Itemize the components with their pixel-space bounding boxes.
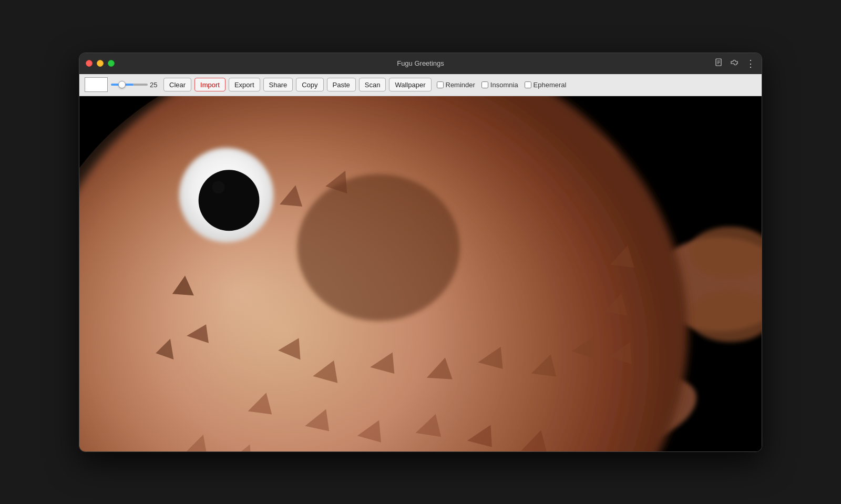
slider-container: 25 [111, 81, 160, 89]
more-icon[interactable]: ⋮ [746, 59, 755, 68]
paste-button[interactable]: Paste [327, 78, 356, 91]
toolbar: 25 Clear Import Export Share Copy Paste … [79, 74, 762, 96]
export-button[interactable]: Export [229, 78, 260, 91]
ephemeral-checkbox-label[interactable]: Ephemeral [525, 81, 567, 89]
puzzle-icon[interactable] [730, 58, 739, 69]
canvas-preview [85, 77, 108, 92]
traffic-lights [86, 60, 115, 67]
import-button[interactable]: Import [194, 78, 225, 91]
brush-size-slider[interactable] [111, 84, 148, 86]
reminder-label: Reminder [446, 81, 475, 89]
slider-value: 25 [150, 81, 160, 89]
wallpaper-button[interactable]: Wallpaper [389, 78, 431, 91]
canvas-area[interactable] [79, 96, 762, 451]
window-title: Fugu Greetings [397, 59, 444, 67]
pufferfish-illustration [79, 96, 762, 451]
share-button[interactable]: Share [263, 78, 293, 91]
ephemeral-checkbox[interactable] [525, 81, 531, 88]
reminder-checkbox-label[interactable]: Reminder [437, 81, 475, 89]
insomnia-checkbox-label[interactable]: Insomnia [481, 81, 518, 89]
svg-point-14 [199, 170, 260, 231]
close-button[interactable] [86, 60, 93, 67]
checkbox-group: Reminder Insomnia Ephemeral [437, 81, 567, 89]
svg-point-15 [212, 181, 225, 193]
ephemeral-label: Ephemeral [534, 81, 567, 89]
svg-point-12 [297, 174, 460, 321]
app-window: Fugu Greetings ⋮ 25 C [79, 53, 762, 452]
document-icon[interactable] [714, 58, 723, 69]
maximize-button[interactable] [108, 60, 115, 67]
titlebar-actions: ⋮ [714, 58, 755, 69]
titlebar: Fugu Greetings ⋮ [79, 53, 762, 74]
clear-button[interactable]: Clear [163, 78, 191, 91]
copy-button[interactable]: Copy [296, 78, 323, 91]
insomnia-checkbox[interactable] [481, 81, 488, 88]
insomnia-label: Insomnia [490, 81, 518, 89]
minimize-button[interactable] [97, 60, 104, 67]
reminder-checkbox[interactable] [437, 81, 444, 88]
scan-button[interactable]: Scan [359, 78, 386, 91]
